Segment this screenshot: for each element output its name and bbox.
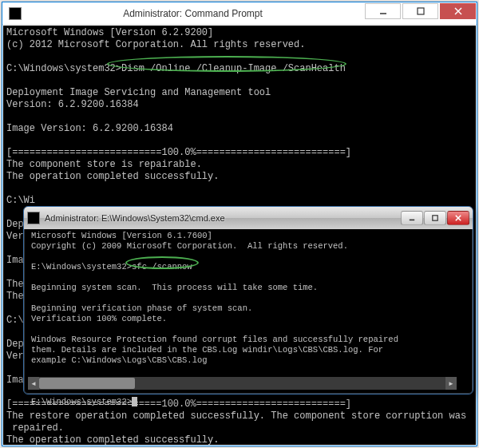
close-button[interactable] bbox=[440, 3, 476, 19]
titlebar-front[interactable]: Administrator: E:\Windows\System32\cmd.e… bbox=[24, 207, 473, 229]
text-line: The component store is repairable. bbox=[6, 159, 202, 170]
text-line: Verification 100% complete. bbox=[31, 314, 167, 323]
close-button[interactable] bbox=[447, 211, 469, 225]
window-title-front: Administrator: E:\Windows\System32\cmd.e… bbox=[45, 213, 400, 223]
text-line: Windows Resource Protection found corrup… bbox=[31, 335, 398, 344]
command-dism: Dism /Online /Cleanup-Image /ScanHealth bbox=[121, 63, 346, 74]
text-line: Version: 6.2.9200.16384 bbox=[6, 99, 139, 110]
cmd-icon bbox=[9, 7, 22, 20]
cmd-icon bbox=[27, 212, 40, 224]
maximize-button[interactable] bbox=[424, 211, 446, 225]
minimize-button[interactable] bbox=[365, 3, 401, 19]
text-line: The restore operation completed successf… bbox=[6, 410, 466, 422]
svg-rect-5 bbox=[433, 216, 437, 220]
text-line: (c) 2012 Microsoft Corporation. All righ… bbox=[6, 39, 305, 50]
minimize-button[interactable] bbox=[401, 211, 423, 225]
text-line: Copyright (c) 2009 Microsoft Corporation… bbox=[31, 241, 348, 251]
text-line: The operation completed successfully. bbox=[6, 434, 219, 445]
text-line: Microsoft Windows [Version 6.2.9200] bbox=[6, 27, 213, 38]
cursor bbox=[132, 397, 137, 406]
text-line: Beginning system scan. This process will… bbox=[31, 283, 318, 292]
text-line: Microsoft Windows [Version 6.1.7600] bbox=[31, 231, 212, 240]
scroll-left-arrow-icon[interactable]: ◄ bbox=[28, 377, 39, 390]
prompt-path: E:\Windows\system32> bbox=[31, 397, 132, 406]
scrollbar-thumb[interactable] bbox=[39, 378, 135, 389]
window-controls-front bbox=[400, 211, 469, 225]
text-line: Image Version: 6.2.9200.16384 bbox=[6, 123, 173, 134]
command-sfc: sfc /scannow bbox=[132, 262, 192, 272]
text-line: Deployment Image Servicing and Managemen… bbox=[6, 87, 271, 98]
text-line: The operation completed successfully. bbox=[6, 171, 219, 182]
window-title-back: Administrator: Command Prompt bbox=[22, 8, 364, 19]
prompt-path: E:\Windows\system32> bbox=[31, 262, 132, 272]
window-controls-back bbox=[364, 2, 477, 24]
svg-rect-1 bbox=[418, 8, 424, 14]
progress-bar: [==========================100.0%=======… bbox=[6, 147, 351, 158]
prompt-path: C:\Windows\system32> bbox=[6, 63, 121, 74]
horizontal-scrollbar[interactable]: ◄ ► bbox=[28, 377, 457, 390]
maximize-button[interactable] bbox=[402, 3, 438, 19]
text-line: C:\Wi bbox=[6, 195, 35, 206]
command-prompt-window-front: Administrator: E:\Windows\System32\cmd.e… bbox=[23, 206, 473, 394]
text-line: Beginning verification phase of system s… bbox=[31, 303, 252, 313]
text-line: example C:\Windows\Logs\CBS\CBS.log bbox=[31, 355, 208, 365]
terminal-output-front[interactable]: Microsoft Windows [Version 6.1.7600] Cop… bbox=[28, 229, 469, 390]
scroll-right-arrow-icon[interactable]: ► bbox=[445, 377, 457, 390]
text-line: them. Details are included in the CBS.Lo… bbox=[31, 345, 383, 355]
titlebar-back[interactable]: Administrator: Command Prompt bbox=[2, 2, 477, 25]
